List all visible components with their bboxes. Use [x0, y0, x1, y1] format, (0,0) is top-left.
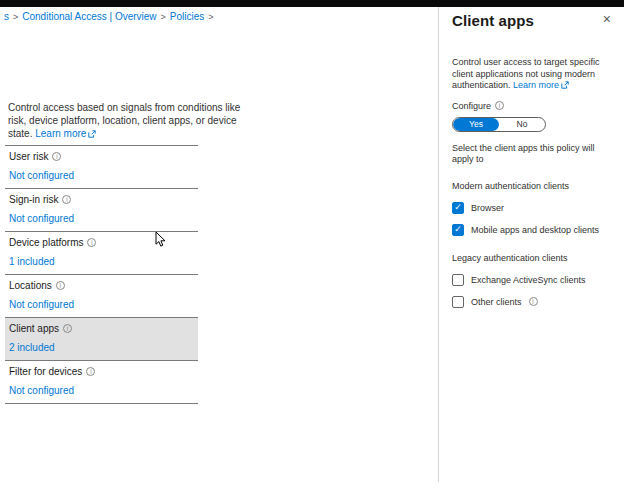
condition-row-locations[interactable]: Locations Not configured: [5, 274, 198, 317]
breadcrumb-link-conditional-access-overview[interactable]: Conditional Access | Overview: [22, 11, 156, 22]
checkbox-other-clients[interactable]: [452, 296, 464, 308]
condition-value-link[interactable]: Not configured: [9, 169, 194, 182]
info-icon[interactable]: [63, 324, 72, 333]
toggle-yes-option[interactable]: Yes: [453, 118, 499, 131]
info-icon[interactable]: [86, 367, 95, 376]
info-icon[interactable]: [62, 195, 71, 204]
condition-label: User risk: [9, 150, 48, 163]
condition-label: Filter for devices: [9, 365, 82, 378]
condition-row-filter-for-devices[interactable]: Filter for devices Not configured: [5, 360, 198, 403]
checkbox-exchange-activesync[interactable]: [452, 274, 464, 286]
chevron-right-icon: >: [13, 12, 18, 22]
condition-label: Client apps: [9, 322, 59, 335]
learn-more-link[interactable]: Learn more: [35, 128, 86, 139]
condition-value-link[interactable]: 2 included: [9, 341, 194, 354]
breadcrumb: s > Conditional Access | Overview > Poli…: [4, 11, 214, 22]
info-icon[interactable]: [52, 152, 61, 161]
external-link-icon: [561, 81, 569, 89]
configure-label: Configure: [452, 101, 491, 111]
select-prompt-text: Select the client apps this policy will …: [452, 143, 604, 166]
info-icon[interactable]: [56, 281, 65, 290]
checkbox-row-browser[interactable]: Browser: [452, 202, 611, 214]
modern-clients-heading: Modern authentication clients: [452, 181, 611, 192]
checkbox-label[interactable]: Mobile apps and desktop clients: [471, 225, 599, 235]
checkbox-row-other-clients[interactable]: Other clients: [452, 296, 611, 308]
legacy-clients-heading: Legacy authentication clients: [452, 253, 611, 264]
condition-row-sign-in-risk[interactable]: Sign-in risk Not configured: [5, 188, 198, 231]
checkbox-row-exchange-activesync[interactable]: Exchange ActiveSync clients: [452, 274, 611, 286]
panel-description: Control user access to target specific c…: [452, 57, 611, 92]
condition-value-link[interactable]: Not configured: [9, 212, 194, 225]
window-top-bar: [0, 0, 624, 7]
external-link-icon: [88, 130, 96, 138]
condition-row-client-apps[interactable]: Client apps 2 included: [5, 317, 198, 360]
client-apps-panel: Client apps × Control user access to tar…: [438, 0, 624, 482]
checkbox-label[interactable]: Other clients: [471, 297, 522, 307]
configure-label-row: Configure: [452, 101, 611, 111]
checkbox-label[interactable]: Exchange ActiveSync clients: [471, 275, 586, 285]
toggle-no-option[interactable]: No: [499, 118, 545, 131]
condition-value-link[interactable]: 1 included: [9, 255, 194, 268]
condition-label: Device platforms: [9, 236, 83, 249]
conditions-intro-text: Control access based on signals from con…: [8, 101, 250, 140]
breadcrumb-link-policies[interactable]: Policies: [170, 11, 204, 22]
checkbox-row-mobile-apps[interactable]: Mobile apps and desktop clients: [452, 224, 611, 236]
condition-value-link[interactable]: Not configured: [9, 384, 194, 397]
condition-row-user-risk[interactable]: User risk Not configured: [5, 145, 198, 188]
condition-value-link[interactable]: Not configured: [9, 298, 194, 311]
chevron-right-icon: >: [208, 12, 213, 22]
chevron-right-icon: >: [161, 12, 166, 22]
info-icon[interactable]: [495, 101, 504, 110]
checkbox-label[interactable]: Browser: [471, 203, 504, 213]
breadcrumb-truncated-link[interactable]: s: [4, 11, 9, 22]
conditions-list: User risk Not configured Sign-in risk No…: [5, 145, 198, 404]
panel-header: Client apps ×: [452, 12, 611, 29]
condition-label: Locations: [9, 279, 52, 292]
configure-toggle[interactable]: Yes No: [452, 117, 546, 132]
info-icon[interactable]: [87, 238, 96, 247]
condition-label: Sign-in risk: [9, 193, 58, 206]
close-icon[interactable]: ×: [603, 12, 611, 26]
info-icon[interactable]: [529, 297, 538, 306]
checkbox-mobile-apps[interactable]: [452, 224, 464, 236]
checkbox-browser[interactable]: [452, 202, 464, 214]
condition-row-device-platforms[interactable]: Device platforms 1 included: [5, 231, 198, 274]
learn-more-link[interactable]: Learn more: [513, 80, 559, 90]
panel-title: Client apps: [452, 12, 534, 29]
